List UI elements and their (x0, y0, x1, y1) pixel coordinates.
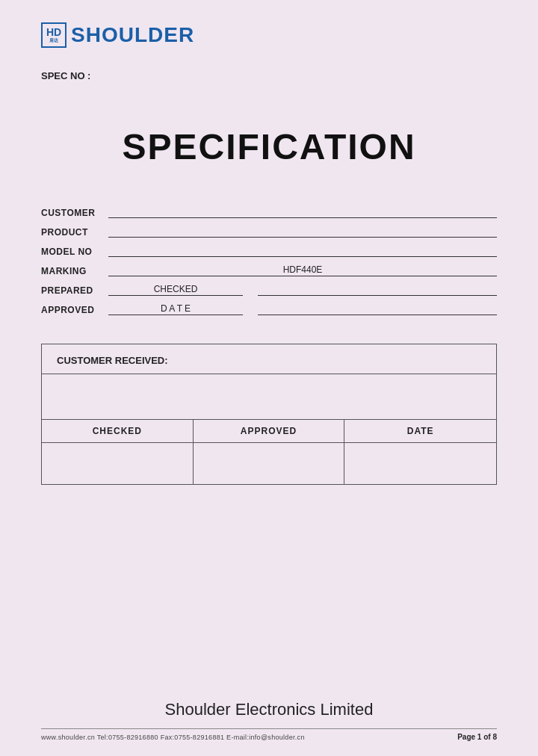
form-section: CUSTOMER PRODUCT MODEL NO MARKING HDF440… (41, 205, 497, 321)
brand-name: SHOULDER (71, 23, 194, 47)
received-spacer (42, 374, 496, 419)
approved-field1: D A T E (108, 302, 243, 315)
body-checked (42, 443, 194, 484)
received-header: CUSTOMER RECEIVED: (42, 344, 496, 374)
col-approved: APPROVED (194, 420, 345, 442)
model-no-row: MODEL NO (41, 244, 497, 257)
title-section: SPECIFICATION (41, 126, 497, 167)
col-date: DATE (344, 420, 496, 442)
logo-hd-text: HD (46, 27, 61, 37)
marking-label: MARKING (41, 266, 108, 276)
marking-row: MARKING HDF440E (41, 263, 497, 276)
customer-row: CUSTOMER (41, 205, 497, 218)
marking-value: HDF440E (283, 264, 323, 275)
product-row: PRODUCT (41, 224, 497, 238)
customer-label: CUSTOMER (41, 208, 108, 218)
footer-page: Page 1 of 8 (457, 733, 497, 741)
product-label: PRODUCT (41, 227, 108, 238)
prepared-row: PREPARED CHECKED (41, 282, 497, 296)
prepared-field1: CHECKED (108, 282, 243, 296)
spacer (41, 485, 497, 670)
approved-label: APPROVED (41, 305, 108, 315)
body-approved (194, 443, 345, 484)
model-no-label: MODEL NO (41, 247, 108, 257)
document-title: SPECIFICATION (41, 126, 497, 167)
col-checked: CHECKED (42, 420, 194, 442)
footer-info: www.shoulder.cn Tel:0755-82916880 Fax:07… (41, 734, 305, 741)
model-no-field (108, 244, 497, 257)
received-col-headers: CHECKED APPROVED DATE (42, 419, 496, 442)
footer-bar: www.shoulder.cn Tel:0755-82916880 Fax:07… (41, 728, 497, 741)
product-field (108, 224, 497, 238)
document-page: HD 肩达 SHOULDER SPEC NO : SPECIFICATION C… (0, 0, 538, 756)
body-date (344, 443, 496, 484)
prepared-label: PREPARED (41, 285, 108, 296)
prepared-date-field (258, 282, 497, 296)
approved-value: D A T E (161, 303, 191, 314)
received-body-row (42, 442, 496, 484)
spec-no-label: SPEC NO : (41, 70, 497, 81)
received-table: CUSTOMER RECEIVED: CHECKED APPROVED DATE (41, 344, 497, 485)
customer-field (108, 205, 497, 218)
logo-sub-text: 肩达 (49, 37, 59, 44)
approved-date-field (258, 302, 497, 315)
logo-box: HD 肩达 (41, 22, 67, 48)
marking-field: HDF440E (108, 263, 497, 276)
company-name: Shoulder Electronics Limited (41, 670, 497, 719)
approved-row: APPROVED D A T E (41, 302, 497, 315)
prepared-value: CHECKED (154, 284, 198, 294)
logo-area: HD 肩达 SHOULDER (41, 22, 497, 48)
